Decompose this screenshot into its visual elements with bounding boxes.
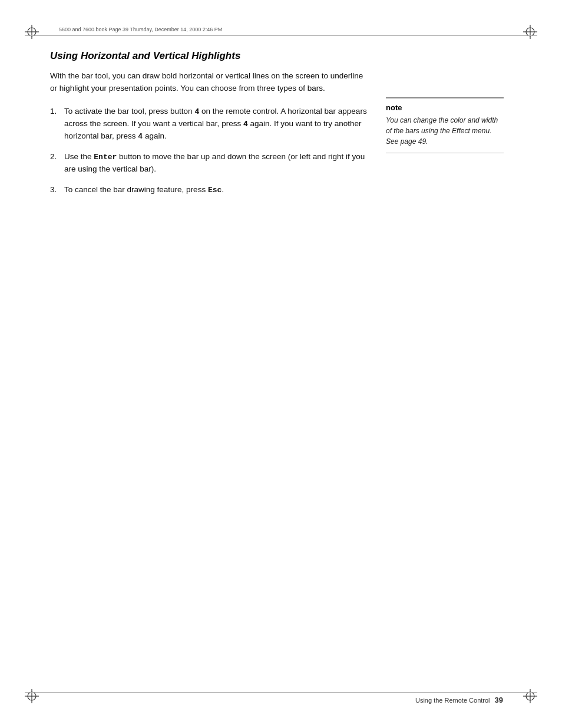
list-item: 2. Use the Enter button to move the bar …	[50, 151, 368, 176]
steps-list: 1. To activate the bar tool, press butto…	[50, 106, 368, 197]
intro-paragraph: With the bar tool, you can draw bold hor…	[50, 70, 368, 95]
header-text: 5600 and 7600.book Page 39 Thursday, Dec…	[59, 27, 222, 32]
step-text: To activate the bar tool, press button 4…	[64, 106, 368, 143]
key-enter: Enter	[94, 153, 117, 162]
key-4-third: 4	[138, 132, 143, 141]
step-text: To cancel the bar drawing feature, press…	[64, 184, 368, 196]
note-sidebar: note You can change the color and width …	[386, 97, 504, 153]
note-box: note You can change the color and width …	[386, 97, 504, 153]
list-item: 1. To activate the bar tool, press butto…	[50, 106, 368, 143]
content-area: Using Horizontal and Vertical Highlights…	[50, 50, 512, 678]
key-4-first: 4	[194, 107, 199, 116]
page: 5600 and 7600.book Page 39 Thursday, Dec…	[0, 0, 562, 728]
main-content: Using Horizontal and Vertical Highlights…	[50, 50, 368, 205]
footer-rule	[25, 692, 537, 693]
step-number: 2.	[50, 151, 64, 163]
crosshair-bottom-left	[25, 689, 39, 703]
list-item: 3. To cancel the bar drawing feature, pr…	[50, 184, 368, 196]
footer-page-number: 39	[495, 696, 503, 704]
crosshair-top-left	[25, 25, 39, 39]
step-number: 3.	[50, 184, 64, 196]
key-esc: Esc	[208, 186, 222, 195]
step-text: Use the Enter button to move the bar up …	[64, 151, 368, 176]
header-rule	[25, 35, 537, 36]
note-label: note	[386, 103, 504, 112]
section-title: Using Horizontal and Vertical Highlights	[50, 50, 368, 62]
footer: Using the Remote Control 39	[415, 696, 503, 704]
footer-section-label: Using the Remote Control	[415, 697, 490, 704]
key-4-second: 4	[243, 120, 248, 129]
step-number: 1.	[50, 106, 64, 118]
crosshair-top-right	[523, 25, 537, 39]
note-body: You can change the color and width of th…	[386, 115, 504, 147]
crosshair-bottom-right	[523, 689, 537, 703]
